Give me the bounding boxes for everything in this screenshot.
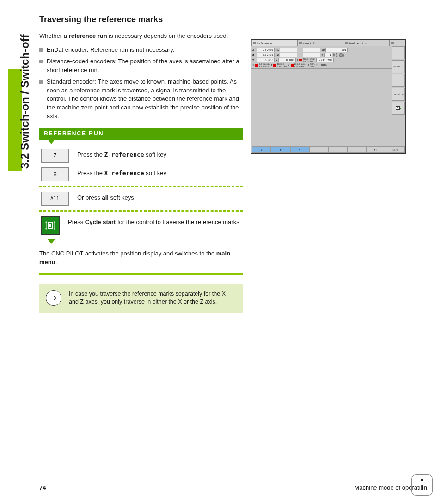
chapter-label: 3.2 Switch-on / Switch-off [18,34,31,169]
page-number: 74 [39,484,46,491]
bullet-item: Distance-coded encoders: The position of… [39,57,243,75]
sc-softkey-empty[interactable] [348,146,367,153]
sc-tab-smartturn[interactable]: smart.Turn [297,40,343,46]
sc-row-z: Z 15.000 △Z T 1 X 0.0000Z 0.0000 [252,52,392,57]
sc-tab-extra[interactable] [389,40,405,46]
sc-tab-tooleditor[interactable]: Tool editor [343,40,389,46]
z-softkey[interactable]: Z [41,149,69,163]
cycle-start-icon[interactable] [41,216,60,235]
note-box: In case you traverse the reference marks… [39,284,243,313]
sc-softkey-y[interactable]: Y [290,146,309,153]
sc-softkey-z[interactable]: Z [252,146,271,153]
closing-paragraph: The CNC PILOT activates the position dis… [39,249,243,267]
step-all: All Or press all soft keys [39,192,243,206]
arrow-down-icon [48,140,55,144]
tab-icon [299,42,302,44]
step-all-text: Or press all soft keys [77,192,134,202]
info-icon: ı [411,474,433,496]
sc-side-service[interactable]: service [392,88,405,101]
sc-softkey-empty[interactable] [329,146,348,153]
intro-post: is necessary depends on the encoders use… [107,32,228,39]
sc-main-area [251,68,405,128]
sc-row-status: 1 0.0 mm/min0.0 m/min 1 1000.00.0 l/min … [252,62,392,67]
sc-data-panel: X 75.000 △X ID 001 Z 15.000 △Z T 1 X 0.0… [251,46,392,68]
sc-softkey-empty[interactable] [309,146,328,153]
step-cycle-text: Press Cycle start for the control to tra… [68,216,239,226]
page-heading: Traversing the reference marks [39,15,243,24]
reference-run-header: REFERENCE RUN [39,128,243,140]
red-indicator [291,64,294,67]
cnc-screenshot: Reference smart.Turn Tool editor X 75.00… [251,39,406,154]
page-footer: 74 Machine mode of operation [39,484,427,491]
note-arrow-icon [46,290,61,306]
sc-side-kanal[interactable]: Kanal 1 [392,60,405,73]
sc-softkey-all[interactable]: All [367,146,386,153]
intro-text: Whether a reference run is necessary dep… [39,32,243,40]
bullet-item: Standard encoder: The axes move to known… [39,78,243,121]
intro-bold: reference run [69,32,107,39]
sc-side-btn[interactable] [392,74,405,87]
divider-solid [39,273,243,275]
tab-icon [345,42,348,44]
red-indicator [255,64,258,67]
sc-bottom-softkeys: Z X Y All Back [252,146,405,153]
arrow-down-icon [48,239,55,244]
sc-softkey-back[interactable]: Back [386,146,405,153]
tab-icon [391,42,394,44]
bullet-list: EnDat encoder: Reference run is not nece… [39,46,243,121]
sc-side-buttons: Kanal 1 service T▶ [392,46,405,115]
red-indicator [273,64,276,67]
x-softkey[interactable]: X [41,167,69,181]
svg-rect-1 [49,224,51,227]
sc-side-btn[interactable] [392,46,405,59]
step-x-text: Press the X reference soft key [77,167,166,177]
main-content: Traversing the reference marks Whether a… [39,15,243,313]
bullet-item: EnDat encoder: Reference run is not nece… [39,46,243,55]
red-indicator [299,59,302,61]
step-cycle: Press Cycle start for the control to tra… [39,216,243,235]
all-softkey[interactable]: All [41,192,69,206]
sc-softkey-x[interactable]: X [271,146,290,153]
note-text: In case you traverse the reference marks… [69,291,226,305]
step-z-text: Press the Z reference soft key [77,149,166,159]
step-x: X Press the X reference soft key [39,167,243,181]
sc-tab-reference[interactable]: Reference [251,40,297,46]
sc-tabs: Reference smart.Turn Tool editor [251,40,405,46]
sc-row-y: Y 0.000 W 0.000 4 500.0 m/min0.0 l/min -… [252,57,392,62]
sc-side-t[interactable]: T▶ [392,102,405,115]
step-z: Z Press the Z reference soft key [39,149,243,163]
divider-dashed [39,186,243,187]
divider-dashed [39,210,243,212]
tab-icon [253,42,256,44]
intro-pre: Whether a [39,32,69,39]
sc-row-x: X 75.000 △X ID 001 [252,47,392,52]
